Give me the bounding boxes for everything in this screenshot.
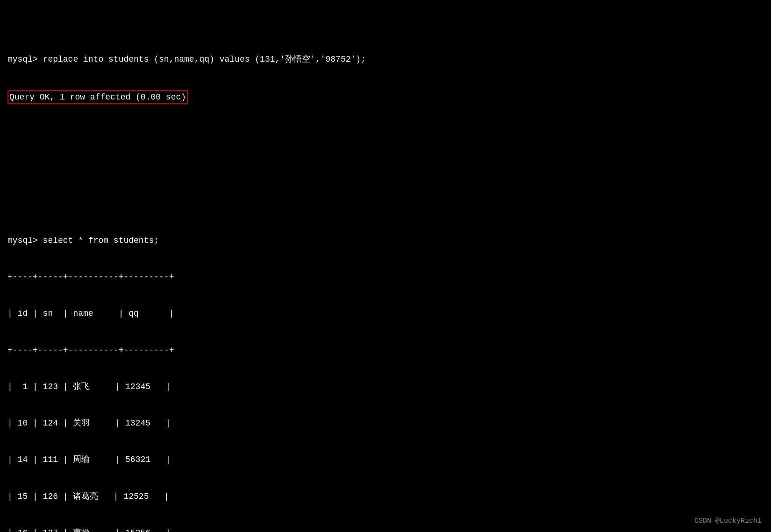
table-separator: +----+-----+----------+---------+ bbox=[7, 344, 764, 356]
watermark: CSDN @LuckyRich1 bbox=[694, 516, 762, 526]
command-block-1: mysql> replace into students (sn,name,qq… bbox=[7, 29, 764, 128]
table-row: | 14 | 111 | 周瑜 | 56321 | bbox=[7, 454, 764, 466]
cmd-line-2: mysql> select * from students; bbox=[7, 234, 764, 247]
table-header: | id | sn | name | qq | bbox=[7, 307, 764, 319]
table-row: | 1 | 123 | 张飞 | 12345 | bbox=[7, 381, 764, 393]
table-row: | 10 | 124 | 关羽 | 13245 | bbox=[7, 417, 764, 429]
table-separator: +----+-----+----------+---------+ bbox=[7, 271, 764, 283]
cmd-line-1: mysql> replace into students (sn,name,qq… bbox=[7, 53, 764, 65]
highlight-1: Query OK, 1 row affected (0.00 sec) bbox=[7, 90, 764, 104]
select-block-1: mysql> select * from students; +----+---… bbox=[7, 210, 764, 532]
terminal: mysql> replace into students (sn,name,qq… bbox=[7, 5, 764, 532]
table-row: | 15 | 126 | 诸葛亮 | 12525 | bbox=[7, 490, 764, 503]
table-row: | 16 | 127 | 曹操 | 15256 | bbox=[7, 527, 764, 532]
